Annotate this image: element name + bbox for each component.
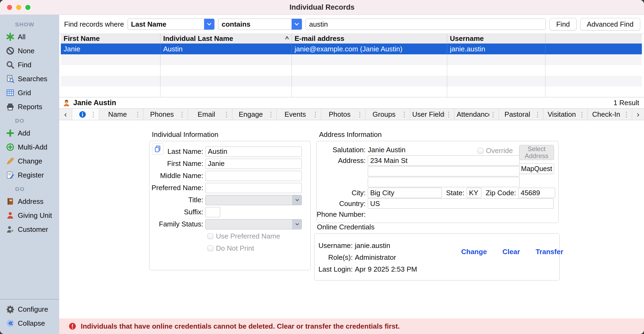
individual-information-group: Individual Information Last Name: First … (149, 130, 311, 270)
preferred-name-input[interactable] (205, 183, 302, 193)
minimize-window-button[interactable] (16, 5, 21, 10)
sidebar-item-searches[interactable]: Searches (0, 72, 59, 86)
tab-menu-icon[interactable]: ⋮ (267, 111, 275, 118)
tab-menu-icon[interactable]: ⋮ (534, 111, 541, 118)
country-input[interactable] (368, 198, 554, 209)
tab-menu-icon[interactable]: ⋮ (489, 111, 497, 118)
sidebar-item-change[interactable]: Change (0, 154, 59, 168)
results-table: First Name Individual Last Name^ E-mail … (59, 34, 644, 97)
tab-menu-icon[interactable]: ⋮ (356, 111, 364, 118)
column-header-first-name[interactable]: First Name (61, 34, 160, 44)
tab-menu-icon[interactable]: ⋮ (223, 111, 230, 118)
tab-events[interactable]: Events⋮ (277, 109, 321, 120)
field-select[interactable]: Last Name (128, 19, 215, 30)
tab-menu-icon[interactable]: ⋮ (178, 111, 186, 118)
table-empty-row[interactable] (61, 54, 642, 65)
tab-pastoral[interactable]: Pastoral⋮ (499, 109, 543, 120)
username-value: janie.austin (355, 241, 390, 250)
sidebar-item-multi-add[interactable]: Multi-Add (0, 140, 59, 154)
sidebar-item-add[interactable]: Add (0, 126, 59, 140)
state-input[interactable] (467, 188, 481, 198)
grid-icon (6, 88, 15, 97)
tab-engage[interactable]: Engage⋮ (232, 109, 277, 120)
circle-plus-icon (6, 143, 15, 151)
last-name-input[interactable] (205, 147, 302, 157)
tab-name[interactable]: Name⋮ (99, 109, 144, 120)
detail-pane: Individual Information Last Name: First … (59, 120, 644, 318)
tab-menu-icon[interactable]: ⋮ (400, 111, 408, 118)
chevron-down-icon (292, 219, 302, 229)
search-input[interactable] (306, 19, 546, 30)
cell-email: janie@example.com (Janie Austin) (292, 44, 447, 54)
tab-groups[interactable]: Groups⋮ (366, 109, 410, 120)
sidebar-item-reports[interactable]: Reports (0, 100, 59, 114)
override-checkbox[interactable] (478, 148, 483, 154)
tab-menu-icon[interactable]: ⋮ (622, 111, 630, 118)
middle-name-input[interactable] (205, 171, 302, 181)
column-header-last-name[interactable]: Individual Last Name^ (160, 34, 292, 44)
sidebar-item-register[interactable]: Register (0, 168, 59, 182)
operator-select[interactable]: contains (218, 19, 302, 30)
zip-code-input[interactable] (518, 188, 555, 198)
tab-check-in[interactable]: Check-In⋮ (588, 109, 632, 120)
sidebar-item-label: Change (18, 157, 42, 165)
tab-menu-icon[interactable]: ⋮ (312, 111, 319, 118)
table-empty-row[interactable] (61, 76, 642, 87)
tab-visitation[interactable]: Visitation⋮ (543, 109, 588, 120)
table-empty-row[interactable] (61, 87, 642, 97)
sidebar-item-none[interactable]: None (0, 44, 59, 58)
sidebar-footer: Configure Collapse (0, 299, 59, 334)
suffix-input[interactable] (205, 207, 220, 217)
table-row[interactable]: Janie Austin janie@example.com (Janie Au… (61, 44, 642, 54)
clear-credentials-link[interactable]: Clear (502, 248, 520, 256)
tab-user-fields[interactable]: User Fields⋮ (410, 109, 454, 120)
sidebar-item-all[interactable]: All (0, 30, 59, 44)
do-not-print-checkbox[interactable] (208, 246, 213, 251)
address-label: Address: (317, 157, 368, 165)
tab-email[interactable]: Email⋮ (188, 109, 232, 120)
change-credentials-link[interactable]: Change (461, 248, 487, 256)
sidebar-item-address[interactable]: Address (0, 194, 59, 208)
tab-menu-icon[interactable]: ⋮ (134, 111, 142, 118)
tab-photos[interactable]: Photos⋮ (321, 109, 366, 120)
sidebar-item-collapse[interactable]: Collapse (0, 316, 59, 330)
sidebar-item-giving-unit[interactable]: Giving Unit (0, 208, 59, 222)
family-status-label: Family Status: (149, 220, 205, 228)
info-icon (79, 111, 86, 118)
title-select[interactable] (205, 195, 302, 205)
sidebar-item-customer[interactable]: Customer (0, 222, 59, 236)
family-status-select[interactable] (205, 219, 302, 229)
sidebar-item-grid[interactable]: Grid (0, 86, 59, 100)
find-button[interactable]: Find (550, 18, 577, 30)
address-line2-input[interactable] (368, 166, 520, 176)
sidebar-item-configure[interactable]: Configure (0, 302, 59, 316)
advanced-find-button[interactable]: Advanced Find (580, 18, 640, 30)
tab-menu-icon[interactable]: ⋮ (89, 111, 97, 118)
tab-info[interactable]: ⋮ (72, 109, 99, 120)
address-line3-input[interactable] (368, 177, 520, 187)
tab-attendance[interactable]: Attendance⋮ (454, 109, 499, 120)
use-preferred-name-checkbox[interactable] (208, 233, 213, 239)
roles-value: Administrator (355, 253, 396, 262)
tab-menu-icon[interactable]: ⋮ (445, 111, 453, 118)
copy-button[interactable] (152, 143, 163, 155)
first-name-input[interactable] (205, 159, 302, 169)
mapquest-button[interactable]: MapQuest (519, 163, 554, 174)
tab-phones[interactable]: Phones⋮ (144, 109, 188, 120)
error-icon (68, 322, 76, 330)
tab-menu-icon[interactable]: ⋮ (578, 111, 586, 118)
zoom-window-button[interactable] (25, 5, 30, 10)
tabs-scroll-right-button[interactable]: › (632, 109, 644, 120)
address-line1-input[interactable] (368, 155, 520, 166)
sidebar-item-label: Reports (18, 103, 42, 111)
warning-text: Individuals that have online credentials… (81, 322, 400, 331)
close-window-button[interactable] (7, 5, 12, 10)
select-address-button[interactable]: Select Address (519, 145, 554, 160)
transfer-credentials-link[interactable]: Transfer (536, 248, 563, 256)
table-empty-row[interactable] (61, 65, 642, 76)
tabs-scroll-left-button[interactable]: ‹ (59, 109, 72, 120)
city-input[interactable] (368, 188, 442, 198)
column-header-email[interactable]: E-mail address (292, 34, 447, 44)
column-header-username[interactable]: Username (447, 34, 545, 44)
sidebar-item-find[interactable]: Find (0, 58, 59, 72)
